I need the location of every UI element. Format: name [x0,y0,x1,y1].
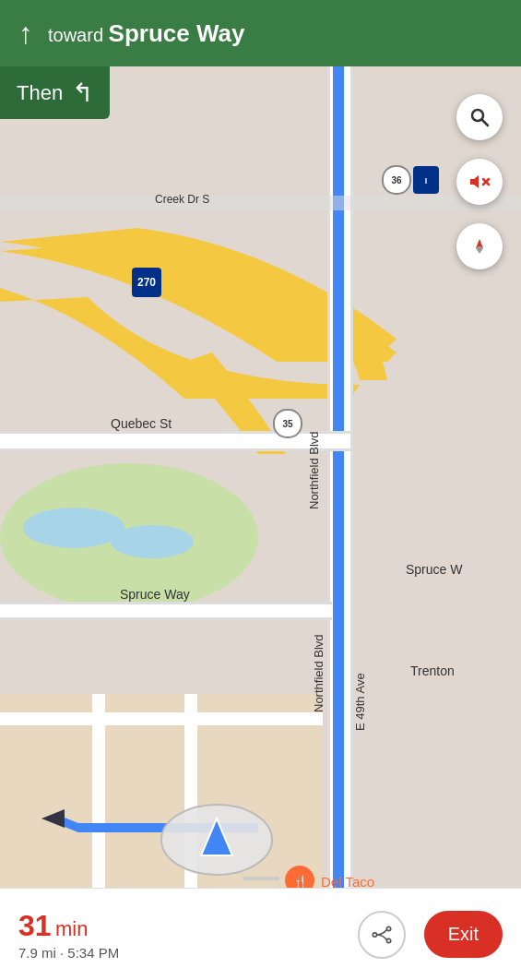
svg-text:36: 36 [391,175,402,185]
map-view[interactable]: 270 36 I 35 Quebec St Spruce Way Spruce … [0,66,521,888]
destination-street: Spruce Way [109,19,245,47]
svg-point-47 [373,932,376,936]
svg-text:I: I [425,176,428,185]
eta-time-value: 31 [18,909,52,942]
map-svg: 270 36 I 35 Quebec St Spruce Way Spruce … [0,66,521,888]
svg-rect-14 [0,196,521,210]
svg-line-42 [482,120,489,126]
svg-text:E 49th Ave: E 49th Ave [353,673,367,731]
svg-rect-8 [0,434,350,448]
turn-arrow-icon: ↰ [72,78,93,108]
eta-time-unit: min [55,917,88,940]
svg-point-49 [386,938,390,942]
direction-toward: toward [48,25,103,45]
svg-point-2 [23,508,124,548]
svg-text:Spruce Way: Spruce Way [120,587,190,602]
svg-rect-6 [333,66,344,620]
svg-text:Northfield Blvd: Northfield Blvd [307,431,321,509]
svg-text:270: 270 [137,276,156,289]
svg-rect-10 [0,604,332,617]
svg-text:35: 35 [282,419,293,429]
svg-rect-17 [92,694,105,888]
search-button[interactable] [456,94,503,140]
drag-handle[interactable] [243,877,279,880]
eta-info: 31 min 7.9 mi · 5:34 PM [18,909,358,961]
then-banner: Then ↰ [0,66,110,119]
then-label: Then [17,81,63,105]
svg-rect-16 [0,712,323,725]
svg-text:Del Taco: Del Taco [321,874,374,888]
bottom-navigation-bar: 31 min 7.9 mi · 5:34 PM Exit [0,888,521,980]
alternate-routes-button[interactable] [358,911,406,959]
svg-point-48 [386,926,390,930]
svg-rect-13 [333,620,344,888]
trip-details: 7.9 mi · 5:34 PM [18,945,358,961]
compass-button[interactable] [456,223,503,269]
svg-text:Trenton: Trenton [410,663,455,678]
svg-point-3 [111,525,194,558]
svg-text:Creek Dr S: Creek Dr S [155,193,209,206]
navigation-header: ↑ toward Spruce Way [0,0,521,66]
direction-arrow-icon: ↑ [18,17,33,51]
exit-navigation-button[interactable]: Exit [424,911,503,958]
svg-text:🍴: 🍴 [292,875,309,888]
svg-text:Quebec St: Quebec St [111,416,172,431]
svg-text:Spruce W: Spruce W [406,562,463,577]
direction-text: toward Spruce Way [48,19,244,48]
svg-text:Northfield Blvd: Northfield Blvd [312,634,326,712]
mute-button[interactable] [456,159,503,205]
